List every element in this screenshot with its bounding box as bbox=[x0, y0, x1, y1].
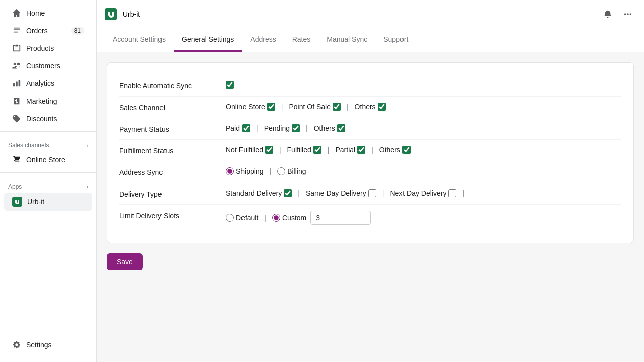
save-button[interactable]: Save bbox=[107, 253, 143, 270]
same-day-delivery-option[interactable]: Same Day Delivery bbox=[306, 189, 376, 197]
sales-others-option[interactable]: Others bbox=[355, 103, 386, 111]
main-content: Urb-it Account Settings General Settings… bbox=[97, 0, 644, 362]
same-day-delivery-checkbox[interactable] bbox=[368, 189, 376, 197]
sep-3: | bbox=[256, 124, 258, 132]
online-store-option[interactable]: Online Store bbox=[226, 103, 275, 111]
not-fulfilled-option[interactable]: Not Fulfilled bbox=[226, 146, 273, 154]
paid-checkbox[interactable] bbox=[242, 124, 250, 132]
tab-address[interactable]: Address bbox=[242, 28, 284, 52]
payment-others-checkbox[interactable] bbox=[337, 124, 345, 132]
sidebar-item-home-label: Home bbox=[26, 9, 45, 17]
standard-delivery-label: Standard Delivery bbox=[226, 189, 282, 197]
sidebar-item-products-label: Products bbox=[26, 44, 54, 52]
next-day-delivery-checkbox[interactable] bbox=[448, 189, 456, 197]
pending-option[interactable]: Pending bbox=[264, 124, 300, 132]
address-sync-row: Address Sync Shipping | Billing bbox=[119, 161, 621, 183]
payment-status-label: Payment Status bbox=[119, 124, 210, 133]
sidebar-item-online-store[interactable]: Online Store bbox=[4, 151, 92, 168]
standard-delivery-option[interactable]: Standard Delivery bbox=[226, 189, 292, 197]
billing-option[interactable]: Billing bbox=[277, 167, 306, 175]
default-slot-option[interactable]: Default bbox=[226, 214, 258, 222]
delivery-type-label: Delivery Type bbox=[119, 189, 210, 198]
sales-channels-chevron-icon: › bbox=[87, 143, 88, 148]
auto-sync-label: Enable Automatic Sync bbox=[119, 81, 210, 90]
payment-others-option[interactable]: Others bbox=[314, 124, 345, 132]
custom-slot-label: Custom bbox=[282, 214, 306, 222]
online-store-checkbox[interactable] bbox=[267, 103, 275, 111]
tab-manual-sync[interactable]: Manual Sync bbox=[318, 28, 375, 52]
auto-sync-checkbox[interactable] bbox=[226, 81, 234, 89]
more-options-button[interactable] bbox=[620, 6, 636, 22]
sidebar-item-discounts[interactable]: Discounts bbox=[4, 110, 92, 127]
sidebar: Home Orders 81 Products Customers Anal bbox=[0, 0, 97, 362]
sidebar-item-analytics-label: Analytics bbox=[26, 79, 54, 87]
sidebar-item-home[interactable]: Home bbox=[4, 5, 92, 22]
standard-delivery-checkbox[interactable] bbox=[284, 189, 292, 197]
customers-icon bbox=[12, 61, 21, 70]
settings-icon bbox=[12, 340, 21, 349]
tab-account-settings[interactable]: Account Settings bbox=[105, 28, 174, 52]
custom-slot-option[interactable]: Custom bbox=[272, 214, 306, 222]
sidebar-divider-1 bbox=[0, 131, 96, 132]
shipping-option-label: Shipping bbox=[236, 167, 264, 175]
fulfillment-others-checkbox[interactable] bbox=[403, 146, 411, 154]
sidebar-item-urb-it[interactable]: Urb-it bbox=[4, 193, 92, 211]
fulfillment-others-option-label: Others bbox=[379, 146, 400, 154]
discounts-icon bbox=[12, 114, 21, 123]
shipping-option[interactable]: Shipping bbox=[226, 167, 264, 175]
billing-option-label: Billing bbox=[287, 167, 306, 175]
delivery-type-field: Standard Delivery | Same Day Delivery | … bbox=[226, 189, 621, 197]
paid-option[interactable]: Paid bbox=[226, 124, 250, 132]
delivery-slots-field: Default | Custom bbox=[226, 211, 621, 225]
sidebar-item-marketing[interactable]: Marketing bbox=[4, 93, 92, 110]
default-slot-label: Default bbox=[236, 214, 258, 222]
partial-option-label: Partial bbox=[335, 146, 355, 154]
paid-option-label: Paid bbox=[226, 124, 240, 132]
partial-option[interactable]: Partial bbox=[335, 146, 365, 154]
sidebar-item-customers[interactable]: Customers bbox=[4, 57, 92, 74]
next-day-delivery-option[interactable]: Next Day Delivery bbox=[390, 189, 456, 197]
custom-slot-radio[interactable] bbox=[272, 214, 280, 222]
shipping-radio[interactable] bbox=[226, 167, 234, 175]
sidebar-item-urb-it-label: Urb-it bbox=[27, 198, 44, 206]
tab-general-settings[interactable]: General Settings bbox=[174, 28, 242, 52]
fulfilled-option[interactable]: Fulfilled bbox=[287, 146, 321, 154]
fulfilled-checkbox[interactable] bbox=[313, 146, 321, 154]
fulfillment-others-option[interactable]: Others bbox=[379, 146, 411, 154]
marketing-icon bbox=[12, 97, 21, 106]
not-fulfilled-option-label: Not Fulfilled bbox=[226, 146, 263, 154]
same-day-delivery-label: Same Day Delivery bbox=[306, 189, 366, 197]
products-icon bbox=[12, 44, 21, 53]
sidebar-item-settings-label: Settings bbox=[26, 341, 52, 349]
point-of-sale-option[interactable]: Point Of Sale bbox=[289, 103, 341, 111]
bell-icon bbox=[603, 10, 612, 19]
sales-others-checkbox[interactable] bbox=[378, 103, 386, 111]
pending-checkbox[interactable] bbox=[292, 124, 300, 132]
sales-channels-section: Sales channels › bbox=[0, 136, 96, 151]
apps-section: Apps › bbox=[0, 177, 96, 192]
sidebar-nav: Home Orders 81 Products Customers Anal bbox=[0, 0, 96, 324]
fulfillment-status-row: Fulfillment Status Not Fulfilled | Fulfi… bbox=[119, 139, 621, 161]
tab-support[interactable]: Support bbox=[375, 28, 416, 52]
point-of-sale-checkbox[interactable] bbox=[333, 103, 341, 111]
sidebar-item-settings[interactable]: Settings bbox=[4, 336, 92, 353]
auto-sync-field bbox=[226, 81, 621, 89]
payment-others-option-label: Others bbox=[314, 124, 335, 132]
auto-sync-row: Enable Automatic Sync bbox=[119, 75, 621, 96]
billing-radio[interactable] bbox=[277, 167, 285, 175]
custom-slot-input[interactable] bbox=[310, 211, 371, 225]
payment-status-row: Payment Status Paid | Pending | Others bbox=[119, 118, 621, 139]
sep-1: | bbox=[281, 103, 283, 111]
sidebar-item-products[interactable]: Products bbox=[4, 40, 92, 57]
not-fulfilled-checkbox[interactable] bbox=[265, 146, 273, 154]
default-slot-radio[interactable] bbox=[226, 214, 234, 222]
sidebar-item-analytics[interactable]: Analytics bbox=[4, 75, 92, 92]
sidebar-item-orders[interactable]: Orders 81 bbox=[4, 22, 92, 39]
partial-checkbox[interactable] bbox=[357, 146, 365, 154]
sep-6: | bbox=[328, 146, 330, 154]
notification-button[interactable] bbox=[600, 6, 616, 22]
urb-it-app-icon bbox=[12, 197, 22, 207]
tab-rates[interactable]: Rates bbox=[284, 28, 319, 52]
sidebar-item-discounts-label: Discounts bbox=[26, 115, 57, 123]
orders-badge: 81 bbox=[71, 27, 84, 35]
